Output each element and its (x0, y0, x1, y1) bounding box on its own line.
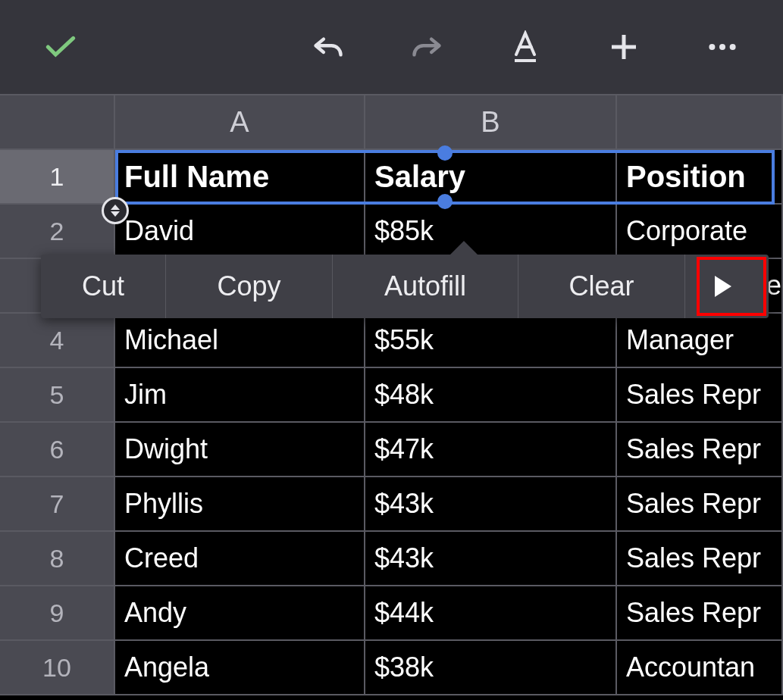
chevron-right-icon (715, 276, 731, 297)
cell-c10[interactable]: Accountan (617, 641, 783, 695)
row-header-7[interactable]: 7 (0, 477, 115, 532)
context-menu-pointer (450, 241, 478, 255)
column-header-a[interactable]: A (115, 95, 365, 148)
cell-c9[interactable]: Sales Repr (617, 586, 783, 641)
cell-b5[interactable]: $48k (365, 368, 617, 423)
table-row: 1 Full Name Salary Position (0, 150, 783, 205)
add-plus-icon[interactable] (609, 32, 639, 62)
cell-c6[interactable]: Sales Repr (617, 423, 783, 477)
cell-a2[interactable]: David (115, 205, 365, 259)
context-menu-autofill[interactable]: Autofill (333, 255, 518, 318)
cell-b7[interactable]: $43k (365, 477, 617, 532)
cell-b1[interactable]: Salary (365, 150, 617, 205)
cell-b10[interactable]: $38k (365, 641, 617, 695)
cell-c4[interactable]: Manager (617, 314, 783, 368)
context-menu-more[interactable] (685, 255, 761, 318)
table-row: 9 Andy $44k Sales Repr (0, 586, 783, 641)
cell-b4[interactable]: $55k (365, 314, 617, 368)
cell-a8[interactable]: Creed (115, 532, 365, 586)
row-header-10[interactable]: 10 (0, 641, 115, 695)
table-row: 5 Jim $48k Sales Repr (0, 368, 783, 423)
table-row: 10 Angela $38k Accountan (0, 641, 783, 695)
cell-a5[interactable]: Jim (115, 368, 365, 423)
context-menu-clear[interactable]: Clear (518, 255, 685, 318)
row-header-9[interactable]: 9 (0, 586, 115, 641)
column-header-b[interactable]: B (365, 95, 617, 148)
cell-c1[interactable]: Position (617, 150, 783, 205)
svg-point-5 (730, 44, 736, 50)
context-menu-cut[interactable]: Cut (41, 255, 166, 318)
redo-icon[interactable] (412, 32, 442, 62)
row-header-2[interactable]: 2 (0, 205, 115, 259)
cell-b6[interactable]: $47k (365, 423, 617, 477)
row-header-1[interactable]: 1 (0, 150, 115, 205)
cell-c8[interactable]: Sales Repr (617, 532, 783, 586)
cell-c2[interactable]: Corporate (617, 205, 783, 259)
cell-b8[interactable]: $43k (365, 532, 617, 586)
select-all-corner[interactable] (0, 95, 115, 148)
spreadsheet-grid: 1 Full Name Salary Position 2 David $85k… (0, 150, 783, 695)
confirm-checkmark-icon[interactable] (45, 32, 76, 62)
cell-a6[interactable]: Dwight (115, 423, 365, 477)
cell-c7[interactable]: Sales Repr (617, 477, 783, 532)
context-menu-copy[interactable]: Copy (166, 255, 333, 318)
cell-b9[interactable]: $44k (365, 586, 617, 641)
row-header-8[interactable]: 8 (0, 532, 115, 586)
row-header-4[interactable]: 4 (0, 314, 115, 368)
row-resize-handle[interactable] (102, 197, 129, 224)
svg-point-3 (709, 44, 715, 50)
row-header-5[interactable]: 5 (0, 368, 115, 423)
cell-a9[interactable]: Andy (115, 586, 365, 641)
column-header-row: A B (0, 94, 783, 150)
row-header-6[interactable]: 6 (0, 423, 115, 477)
cell-a7[interactable]: Phyllis (115, 477, 365, 532)
cell-a4[interactable]: Michael (115, 314, 365, 368)
table-row: 8 Creed $43k Sales Repr (0, 532, 783, 586)
text-format-icon[interactable] (510, 32, 540, 62)
cell-c5[interactable]: Sales Repr (617, 368, 783, 423)
table-row: 4 Michael $55k Manager (0, 314, 783, 368)
cell-a10[interactable]: Angela (115, 641, 365, 695)
column-header-c[interactable] (617, 95, 783, 148)
table-row: 7 Phyllis $43k Sales Repr (0, 477, 783, 532)
cell-b2[interactable]: $85k (365, 205, 617, 259)
more-options-icon[interactable] (707, 32, 738, 62)
context-menu: Cut Copy Autofill Clear (41, 255, 769, 318)
undo-icon[interactable] (313, 32, 343, 62)
table-row: 6 Dwight $47k Sales Repr (0, 423, 783, 477)
toolbar (0, 0, 783, 94)
svg-point-4 (719, 44, 725, 50)
cell-a1[interactable]: Full Name (115, 150, 365, 205)
